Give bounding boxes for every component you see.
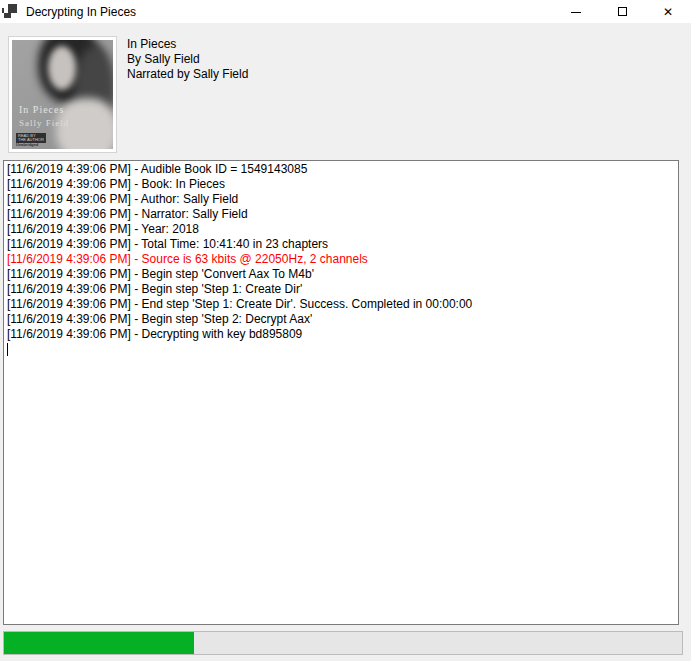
close-button[interactable]: ✕	[645, 0, 691, 23]
log-line: [11/6/2019 4:39:06 PM] - Book: In Pieces	[7, 177, 676, 192]
cover-author-text: Sally Field	[19, 118, 69, 128]
cover-edition-text: Unabridged	[16, 143, 38, 147]
book-title: In Pieces	[127, 37, 248, 52]
app-icon	[2, 4, 17, 19]
log-textbox[interactable]: [11/6/2019 4:39:06 PM] - Audible Book ID…	[3, 160, 679, 625]
log-line: [11/6/2019 4:39:06 PM] - End step 'Step …	[7, 297, 676, 312]
app-icon-part	[4, 13, 11, 18]
title-bar: Decrypting In Pieces ✕	[0, 0, 691, 23]
cover-title-text: In Pieces	[19, 104, 64, 115]
book-author: By Sally Field	[127, 52, 248, 67]
progress-fill	[4, 632, 194, 654]
log-line: [11/6/2019 4:39:06 PM] - Begin step 'Ste…	[7, 312, 676, 327]
app-icon-part	[8, 4, 17, 13]
book-narrator: Narrated by Sally Field	[127, 67, 248, 82]
log-line: [11/6/2019 4:39:06 PM] - Source is 63 kb…	[7, 252, 676, 267]
log-line: [11/6/2019 4:39:06 PM] - Narrator: Sally…	[7, 207, 676, 222]
book-cover-image: In Pieces Sally Field READ BY THE AUTHOR…	[12, 40, 113, 149]
log-line: [11/6/2019 4:39:06 PM] - Begin step 'Con…	[7, 267, 676, 282]
log-text: [11/6/2019 4:39:06 PM] - Audible Book ID…	[7, 162, 676, 342]
minimize-button[interactable]	[553, 0, 599, 23]
log-line: [11/6/2019 4:39:06 PM] - Audible Book ID…	[7, 162, 676, 177]
window-title: Decrypting In Pieces	[26, 4, 136, 19]
minimize-icon	[571, 12, 581, 13]
close-icon: ✕	[663, 6, 673, 18]
caption-buttons: ✕	[553, 0, 691, 23]
maximize-button[interactable]	[599, 0, 645, 23]
log-line: [11/6/2019 4:39:06 PM] - Year: 2018	[7, 222, 676, 237]
caret-line	[7, 342, 676, 357]
log-line: [11/6/2019 4:39:06 PM] - Total Time: 10:…	[7, 237, 676, 252]
book-cover-panel: In Pieces Sally Field READ BY THE AUTHOR…	[8, 36, 117, 153]
log-line: [11/6/2019 4:39:06 PM] - Author: Sally F…	[7, 192, 676, 207]
text-caret	[7, 343, 8, 356]
progress-bar	[3, 631, 683, 655]
cover-art-shape	[48, 46, 76, 90]
log-line: [11/6/2019 4:39:06 PM] - Begin step 'Ste…	[7, 282, 676, 297]
maximize-icon	[618, 7, 627, 16]
log-line: [11/6/2019 4:39:06 PM] - Decrypting with…	[7, 327, 676, 342]
book-info: In Pieces By Sally Field Narrated by Sal…	[127, 37, 248, 82]
